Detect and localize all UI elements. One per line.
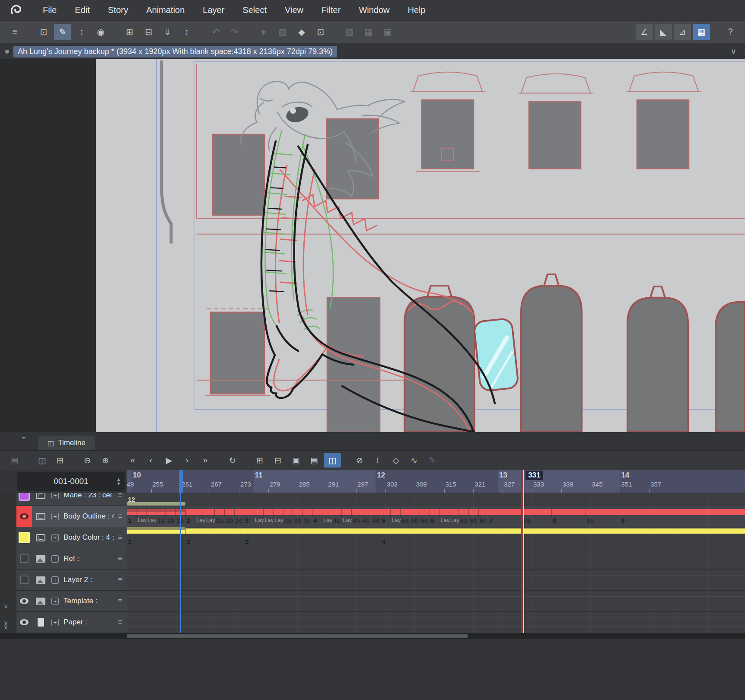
cel-label[interactable]: 4a [333,517,341,524]
cel-label[interactable]: 2c [236,517,243,524]
scroll-bottom-icon[interactable]: ∨∨ [3,621,8,629]
layer-row-header[interactable]: +Template :≡ [0,591,127,612]
expand-cell[interactable]: + [49,555,61,563]
layer-row-body-color-4-ce[interactable]: +Body Color : 4 : ce≡1234 [0,527,745,548]
cel-label[interactable]: 6c [480,517,487,524]
panel-menu-icon[interactable]: ≡ [22,435,25,443]
hscrollbar-thumb[interactable] [127,634,468,638]
object-tool-icon[interactable]: ✎ [54,24,71,40]
perspective-ruler-icon[interactable]: ∠ [636,24,653,40]
cel-label[interactable]: 3 [245,517,248,524]
cel-label[interactable]: 4c [362,517,369,524]
go-to-end-icon[interactable]: » [197,453,214,468]
new-canvas-icon[interactable]: ⊞ [121,24,138,40]
clip-studio-logo-icon[interactable] [7,2,23,19]
layer-row-header[interactable]: +Paper :≡ [0,612,127,633]
layer-track[interactable]: 12 [127,493,745,506]
cel-label[interactable]: 2 [187,517,190,524]
specify-cel-icon[interactable]: ▣ [287,453,305,468]
cel-label[interactable]: 1b [167,517,175,524]
clip-stepper-icon[interactable]: ▲▼ [116,477,121,486]
prev-frame-icon[interactable]: ‹ [142,453,159,468]
play-icon[interactable]: ▶ [160,453,178,468]
cel-label[interactable]: 6b [470,517,478,524]
cel-label[interactable]: Lay [147,517,156,523]
layer-row-paper[interactable]: +Paper :≡ [0,612,745,633]
cel-label[interactable]: 2b [226,517,233,524]
visibility-cell[interactable] [16,570,32,590]
layer-track[interactable] [127,570,745,591]
cel-label[interactable]: 3b [294,517,302,524]
layer-row-header[interactable]: +Ref :≡ [0,548,127,570]
cel-duration-bar[interactable] [127,502,185,506]
visibility-cell[interactable] [16,493,32,506]
layer-row-layer-2[interactable]: +Layer 2 :≡ [0,570,745,591]
new-animation-folder-icon[interactable]: ⊟ [269,453,287,468]
clip-selector[interactable]: 001-0001 ▲▼ [17,472,125,491]
cel-label[interactable]: Lay [206,517,215,523]
cel-label[interactable]: 12 [128,496,135,503]
layer-track[interactable]: 1LayLay1a1b1c2LayLay2a2b2c3LayLayLay3a3b… [127,506,745,527]
main-menu-icon[interactable]: ≡ [6,24,23,40]
cel-label[interactable]: 6a [460,517,467,524]
layer-menu-icon[interactable]: ≡ [114,618,127,627]
cel-stepper-icon[interactable]: ↕ [369,453,386,468]
open-file-icon[interactable]: ⊟ [140,24,157,40]
cel-label[interactable]: Lay [196,517,205,523]
menu-edit[interactable]: Edit [66,5,99,15]
go-to-start-icon[interactable]: « [124,453,141,468]
cel-label[interactable]: 7 [489,517,493,524]
menu-window[interactable]: Window [350,5,398,15]
cel-label[interactable]: 5 [382,517,385,524]
paint-bucket-icon[interactable]: ◣ [655,24,672,40]
expand-cell[interactable]: + [49,619,61,626]
save-file-icon[interactable]: ⇓ [159,24,176,40]
frame-ruler[interactable]: 2492552612672732792852912973033093153213… [127,470,745,493]
layer-track[interactable] [127,612,745,633]
layer-row-body-outline-42[interactable]: +Body Outline : 42≡1LayLay1a1b1c2LayLay2… [0,506,745,527]
layer-menu-icon[interactable]: ≡ [114,512,127,521]
layer-row-template[interactable]: +Template :≡ [0,591,745,612]
canvas-area[interactable] [0,59,745,432]
cel-label[interactable]: 1 [128,517,131,524]
batch-specify-cel-icon[interactable]: ▤ [306,453,323,468]
navigator-icon[interactable]: ⊡ [35,24,52,40]
file-stepper-icon[interactable]: ↕ [178,24,195,40]
layer-row-ref[interactable]: +Ref :≡ [0,548,745,570]
cel-label[interactable]: Lay [323,517,332,523]
cel-label[interactable]: 4b [353,517,360,524]
layer-menu-icon[interactable]: ≡ [114,493,127,500]
cel-label[interactable]: 7a [523,517,531,524]
layer-track[interactable] [127,548,745,570]
onion-skin-icon[interactable]: ◫ [324,453,341,468]
cel-label[interactable]: Lay [264,517,274,523]
timeline-hscrollbar[interactable] [0,633,745,639]
zoom-in-icon[interactable]: ⊕ [97,453,114,468]
cel-label[interactable]: 8a [587,517,594,524]
cel-label[interactable]: 1 [128,538,131,545]
menu-view[interactable]: View [276,5,312,15]
layer-row-header[interactable]: +Layer 2 :≡ [0,570,127,591]
cel-label[interactable]: 1c [177,517,184,524]
cel-label[interactable]: Lay [450,517,459,523]
cel-label[interactable]: 5c [421,517,428,524]
shortcut-keypad-icon[interactable]: ▦ [693,24,710,40]
tool-stepper-icon[interactable]: ↕ [73,24,90,40]
scroll-down-icon[interactable]: ∨ [3,604,8,608]
cel-label[interactable]: 5b [411,517,419,524]
visibility-cell[interactable] [16,548,32,569]
cel-label[interactable]: Lay [138,517,147,523]
transform-icon[interactable]: ⊡ [312,24,329,40]
expand-cell[interactable]: + [49,598,61,605]
cel-label[interactable]: 5a [401,517,409,524]
menu-story[interactable]: Story [99,5,137,15]
expand-cell[interactable]: + [49,513,61,520]
eraser-icon[interactable]: ∿ [405,453,423,468]
expand-cell[interactable]: + [49,534,61,541]
help-icon[interactable]: ? [722,24,739,40]
expand-cell[interactable]: + [49,493,61,499]
cel-label[interactable]: 4d [372,517,380,524]
layer-row-header[interactable]: +Body Outline : 42≡ [0,506,127,527]
expand-cell[interactable]: + [49,576,61,584]
fill-tool-icon[interactable]: ◆ [293,24,310,40]
